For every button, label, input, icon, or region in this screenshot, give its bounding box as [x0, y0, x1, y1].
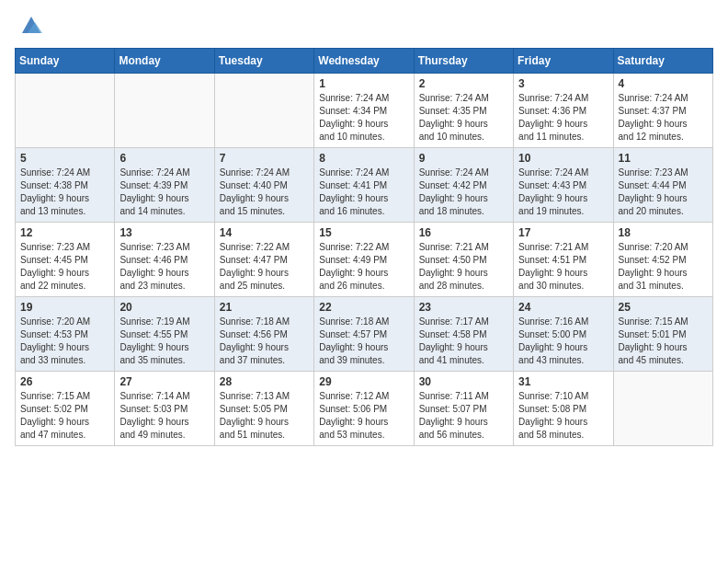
- calendar-cell: [214, 74, 313, 148]
- calendar-cell: 19Sunrise: 7:20 AM Sunset: 4:53 PM Dayli…: [16, 297, 115, 372]
- day-number: 27: [119, 375, 209, 388]
- cell-content: Sunrise: 7:24 AM Sunset: 4:35 PM Dayligh…: [419, 92, 508, 144]
- day-of-week-header: Friday: [514, 49, 613, 74]
- cell-content: Sunrise: 7:13 AM Sunset: 5:05 PM Dayligh…: [220, 390, 309, 442]
- cell-content: Sunrise: 7:23 AM Sunset: 4:45 PM Dayligh…: [20, 241, 109, 293]
- calendar-week-row: 12Sunrise: 7:23 AM Sunset: 4:45 PM Dayli…: [16, 223, 713, 297]
- cell-content: Sunrise: 7:15 AM Sunset: 5:02 PM Dayligh…: [20, 390, 109, 442]
- cell-content: Sunrise: 7:11 AM Sunset: 5:07 PM Dayligh…: [419, 390, 508, 442]
- day-of-week-header: Monday: [115, 49, 214, 74]
- cell-content: Sunrise: 7:14 AM Sunset: 5:03 PM Dayligh…: [119, 390, 209, 442]
- day-number: 23: [419, 301, 508, 314]
- day-number: 24: [518, 301, 608, 314]
- calendar-cell: 7Sunrise: 7:24 AM Sunset: 4:40 PM Daylig…: [214, 148, 313, 223]
- cell-content: Sunrise: 7:17 AM Sunset: 4:58 PM Dayligh…: [419, 316, 508, 367]
- calendar-cell: 20Sunrise: 7:19 AM Sunset: 4:55 PM Dayli…: [115, 297, 214, 372]
- day-number: 6: [119, 152, 209, 165]
- cell-content: Sunrise: 7:24 AM Sunset: 4:40 PM Dayligh…: [220, 167, 309, 218]
- day-number: 9: [419, 152, 508, 165]
- calendar-cell: [115, 74, 214, 148]
- calendar-cell: [613, 372, 712, 446]
- calendar-cell: 5Sunrise: 7:24 AM Sunset: 4:38 PM Daylig…: [16, 148, 115, 223]
- calendar-cell: 27Sunrise: 7:14 AM Sunset: 5:03 PM Dayli…: [115, 372, 214, 446]
- day-number: 25: [619, 301, 708, 314]
- cell-content: Sunrise: 7:18 AM Sunset: 4:57 PM Dayligh…: [319, 316, 408, 367]
- day-number: 7: [220, 152, 309, 165]
- calendar-cell: 29Sunrise: 7:12 AM Sunset: 5:06 PM Dayli…: [314, 372, 414, 446]
- day-number: 3: [518, 77, 608, 90]
- cell-content: Sunrise: 7:10 AM Sunset: 5:08 PM Dayligh…: [518, 390, 608, 442]
- day-number: 28: [220, 375, 309, 388]
- calendar-cell: 9Sunrise: 7:24 AM Sunset: 4:42 PM Daylig…: [414, 148, 513, 223]
- calendar-cell: 25Sunrise: 7:15 AM Sunset: 5:01 PM Dayli…: [613, 297, 712, 372]
- day-number: 4: [619, 77, 708, 90]
- day-number: 13: [119, 226, 209, 239]
- cell-content: Sunrise: 7:24 AM Sunset: 4:43 PM Dayligh…: [518, 167, 608, 218]
- calendar-cell: 11Sunrise: 7:23 AM Sunset: 4:44 PM Dayli…: [613, 148, 712, 223]
- calendar-cell: 2Sunrise: 7:24 AM Sunset: 4:35 PM Daylig…: [414, 74, 513, 148]
- calendar-cell: 13Sunrise: 7:23 AM Sunset: 4:46 PM Dayli…: [115, 223, 214, 297]
- calendar-cell: 28Sunrise: 7:13 AM Sunset: 5:05 PM Dayli…: [214, 372, 313, 446]
- cell-content: Sunrise: 7:15 AM Sunset: 5:01 PM Dayligh…: [619, 316, 708, 367]
- cell-content: Sunrise: 7:24 AM Sunset: 4:42 PM Dayligh…: [419, 167, 508, 218]
- cell-content: Sunrise: 7:24 AM Sunset: 4:39 PM Dayligh…: [119, 167, 209, 218]
- calendar-cell: 18Sunrise: 7:20 AM Sunset: 4:52 PM Dayli…: [613, 223, 712, 297]
- calendar-cell: 30Sunrise: 7:11 AM Sunset: 5:07 PM Dayli…: [414, 372, 513, 446]
- day-number: 30: [419, 375, 508, 388]
- cell-content: Sunrise: 7:23 AM Sunset: 4:46 PM Dayligh…: [119, 241, 209, 293]
- day-number: 26: [20, 375, 109, 388]
- day-of-week-header: Sunday: [16, 49, 115, 74]
- day-number: 12: [20, 226, 109, 239]
- cell-content: Sunrise: 7:20 AM Sunset: 4:52 PM Dayligh…: [619, 241, 708, 293]
- cell-content: Sunrise: 7:20 AM Sunset: 4:53 PM Dayligh…: [20, 316, 109, 367]
- calendar-cell: 6Sunrise: 7:24 AM Sunset: 4:39 PM Daylig…: [115, 148, 214, 223]
- cell-content: Sunrise: 7:21 AM Sunset: 4:51 PM Dayligh…: [518, 241, 608, 293]
- calendar-cell: 1Sunrise: 7:24 AM Sunset: 4:34 PM Daylig…: [314, 74, 414, 148]
- page-header: [15, 15, 713, 37]
- cell-content: Sunrise: 7:24 AM Sunset: 4:41 PM Dayligh…: [319, 167, 408, 218]
- day-number: 22: [319, 301, 408, 314]
- day-of-week-header: Thursday: [414, 49, 513, 74]
- cell-content: Sunrise: 7:22 AM Sunset: 4:49 PM Dayligh…: [319, 241, 408, 293]
- logo-icon: [18, 11, 44, 37]
- calendar-cell: 14Sunrise: 7:22 AM Sunset: 4:47 PM Dayli…: [214, 223, 313, 297]
- day-number: 18: [619, 226, 708, 239]
- day-number: 21: [220, 301, 309, 314]
- calendar-cell: 12Sunrise: 7:23 AM Sunset: 4:45 PM Dayli…: [16, 223, 115, 297]
- calendar-header-row: SundayMondayTuesdayWednesdayThursdayFrid…: [16, 49, 713, 74]
- calendar-cell: 24Sunrise: 7:16 AM Sunset: 5:00 PM Dayli…: [514, 297, 613, 372]
- day-number: 16: [419, 226, 508, 239]
- cell-content: Sunrise: 7:19 AM Sunset: 4:55 PM Dayligh…: [119, 316, 209, 367]
- cell-content: Sunrise: 7:24 AM Sunset: 4:38 PM Dayligh…: [20, 167, 109, 218]
- logo: [15, 15, 44, 37]
- day-number: 31: [518, 375, 608, 388]
- calendar-cell: 15Sunrise: 7:22 AM Sunset: 4:49 PM Dayli…: [314, 223, 414, 297]
- calendar-cell: 23Sunrise: 7:17 AM Sunset: 4:58 PM Dayli…: [414, 297, 513, 372]
- calendar-cell: 26Sunrise: 7:15 AM Sunset: 5:02 PM Dayli…: [16, 372, 115, 446]
- day-number: 10: [518, 152, 608, 165]
- day-number: 1: [319, 77, 408, 90]
- calendar-cell: 22Sunrise: 7:18 AM Sunset: 4:57 PM Dayli…: [314, 297, 414, 372]
- day-of-week-header: Tuesday: [214, 49, 313, 74]
- calendar-cell: 31Sunrise: 7:10 AM Sunset: 5:08 PM Dayli…: [514, 372, 613, 446]
- cell-content: Sunrise: 7:18 AM Sunset: 4:56 PM Dayligh…: [220, 316, 309, 367]
- cell-content: Sunrise: 7:23 AM Sunset: 4:44 PM Dayligh…: [619, 167, 708, 218]
- cell-content: Sunrise: 7:24 AM Sunset: 4:37 PM Dayligh…: [619, 92, 708, 144]
- day-number: 2: [419, 77, 508, 90]
- day-number: 8: [319, 152, 408, 165]
- calendar-table: SundayMondayTuesdayWednesdayThursdayFrid…: [15, 48, 713, 446]
- calendar-cell: 3Sunrise: 7:24 AM Sunset: 4:36 PM Daylig…: [514, 74, 613, 148]
- cell-content: Sunrise: 7:24 AM Sunset: 4:34 PM Dayligh…: [319, 92, 408, 144]
- cell-content: Sunrise: 7:16 AM Sunset: 5:00 PM Dayligh…: [518, 316, 608, 367]
- day-number: 17: [518, 226, 608, 239]
- calendar-cell: [16, 74, 115, 148]
- day-number: 29: [319, 375, 408, 388]
- calendar-cell: 17Sunrise: 7:21 AM Sunset: 4:51 PM Dayli…: [514, 223, 613, 297]
- day-number: 11: [619, 152, 708, 165]
- calendar-cell: 16Sunrise: 7:21 AM Sunset: 4:50 PM Dayli…: [414, 223, 513, 297]
- calendar-cell: 21Sunrise: 7:18 AM Sunset: 4:56 PM Dayli…: [214, 297, 313, 372]
- calendar-week-row: 26Sunrise: 7:15 AM Sunset: 5:02 PM Dayli…: [16, 372, 713, 446]
- day-of-week-header: Saturday: [613, 49, 712, 74]
- day-number: 19: [20, 301, 109, 314]
- cell-content: Sunrise: 7:24 AM Sunset: 4:36 PM Dayligh…: [518, 92, 608, 144]
